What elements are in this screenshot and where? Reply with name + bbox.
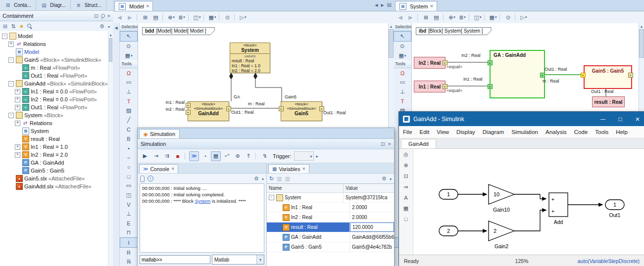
menu-item[interactable]: Code (574, 129, 588, 135)
variables-row[interactable]: - System System@37215fca (267, 193, 394, 203)
requirement-tool-icon[interactable]: R (120, 248, 138, 257)
variables-row[interactable]: In1 : Real 2.0000 (267, 203, 394, 213)
favorites-icon[interactable] (19, 24, 24, 29)
result-flow-part[interactable]: result : Real (592, 96, 625, 107)
tree-item[interactable]: System (0, 127, 108, 135)
terminate-icon[interactable]: ■ (173, 151, 183, 161)
out1-port[interactable] (226, 106, 231, 111)
tree-item[interactable]: + In1 : Real = 0.0 «FlowPort» (0, 88, 108, 95)
menu-item[interactable]: Help (616, 129, 628, 135)
gain5-part-highlighted[interactable]: Gain5 : Gain5 (584, 65, 632, 89)
zoom-icon[interactable]: ⊕ ▾ (447, 12, 457, 22)
image-tool-icon[interactable]: ▨ (120, 106, 138, 115)
chevron-down-icon[interactable] (390, 176, 392, 181)
tab-list-icon[interactable] (387, 2, 392, 7)
separator[interactable] (234, 14, 237, 21)
separator[interactable] (185, 153, 187, 160)
real-tool-icon[interactable]: ℝ (120, 257, 138, 266)
run-icon[interactable]: ▷ ▾ (238, 12, 248, 22)
tab-model[interactable]: Model (114, 1, 153, 11)
search-icon[interactable]: ⊙ (503, 12, 513, 22)
gain5-out1-port[interactable] (628, 73, 633, 78)
menu-item[interactable]: Tools (595, 129, 608, 135)
scroll-up-icon[interactable] (390, 23, 393, 29)
magnet-tool-icon[interactable]: Ω (120, 68, 138, 78)
tree-item[interactable]: + Relations (0, 40, 108, 48)
common-tools-icon[interactable]: ▦ ▾ (394, 51, 411, 60)
run-icon[interactable]: ▶ (140, 151, 150, 161)
sticky-selection-icon[interactable]: ⊙ (394, 42, 411, 51)
tree-item[interactable]: - GainAdd «Block» «SimulinkBlock» (0, 80, 108, 88)
compartment-tool-icon[interactable]: ◫ (120, 190, 138, 200)
scroll-up-icon[interactable] (109, 32, 112, 37)
step-icon[interactable]: ⇥ (151, 151, 161, 161)
tree-item[interactable]: Out1 : Real «FlowPort» (0, 72, 108, 80)
sync-tree-icon[interactable]: ⇅ (11, 24, 15, 29)
trigger-icon[interactable]: ↯ (260, 151, 270, 161)
block-tool-icon[interactable]: B (120, 134, 138, 143)
separator[interactable] (188, 14, 191, 21)
text-tool-icon[interactable]: T (394, 96, 411, 106)
value-type-tool-icon[interactable]: V (120, 200, 138, 209)
gain2-block[interactable] (489, 221, 514, 241)
ga-in2-port[interactable] (488, 60, 493, 65)
expander-icon[interactable]: + (15, 121, 20, 126)
pin-icon[interactable] (101, 14, 105, 18)
select-tool-icon[interactable]: ↖ (394, 31, 411, 42)
system-block[interactable]: «block» System values result : Real In1 … (230, 43, 270, 73)
m-port[interactable] (279, 106, 284, 111)
note-tool-icon[interactable]: ▭ (120, 78, 138, 87)
tab-console[interactable]: Console (139, 164, 178, 173)
expander-icon[interactable]: + (15, 89, 20, 94)
search-icon[interactable] (27, 24, 33, 29)
tree-item[interactable]: - System «Block» (0, 111, 108, 119)
in1-port[interactable] (186, 103, 191, 108)
expander-icon[interactable]: - (2, 34, 7, 39)
expander-icon[interactable]: + (15, 105, 20, 110)
chevron-down-icon[interactable] (262, 176, 264, 181)
trigger-select[interactable] (294, 151, 314, 161)
ga-part-highlighted[interactable]: GA : GainAdd (490, 50, 545, 98)
grid-icon[interactable]: ▦ ▾ (207, 12, 217, 22)
close-tab-icon[interactable] (430, 3, 433, 9)
in1-flow-part[interactable]: In1 : Real (414, 81, 446, 92)
separator[interactable] (417, 14, 420, 21)
tree-scrollbar[interactable] (108, 31, 113, 266)
export-table-icon[interactable] (277, 176, 282, 181)
palette-collapse-gutter[interactable] (113, 23, 120, 266)
close-tab-icon[interactable] (302, 166, 305, 172)
step-over-icon[interactable]: ⇉ (162, 151, 172, 161)
breakpoints-icon[interactable]: ∘° (222, 151, 232, 161)
back-icon[interactable]: ◀ (115, 12, 125, 22)
scroll-tabs-right-icon[interactable] (381, 2, 384, 7)
tree-item[interactable]: result : Real (0, 135, 108, 143)
console-output[interactable]: 00:00:00,000 : Initial solving .... 00:0… (140, 183, 264, 253)
variables-toggle-icon[interactable]: ▦ (211, 151, 221, 161)
text-tool-icon[interactable]: T (120, 96, 138, 106)
system-link[interactable]: System (195, 198, 211, 204)
tree-item[interactable]: GainAdd.slx «AttachedFile» (0, 182, 108, 190)
separator[interactable] (515, 14, 517, 21)
dock-tab[interactable]: Struct... (71, 0, 106, 10)
ellipse-tool-icon[interactable]: ○ (120, 162, 138, 172)
variables-row[interactable]: GA : GainAdd GainAdd@66f55b65 (267, 232, 394, 242)
tree-item[interactable]: - Gain5 «Block» «SimulinkBlock» (0, 56, 108, 64)
separator[interactable] (203, 14, 206, 21)
in2-flow-part[interactable]: In2 : Real (414, 57, 446, 69)
menu-item[interactable]: File (403, 129, 412, 135)
expander-icon[interactable]: + (8, 42, 14, 47)
select-in-tree-icon[interactable]: ⊞ (141, 12, 150, 22)
line-tool-icon[interactable]: − (120, 153, 138, 162)
save-image-icon[interactable]: ▤ (151, 12, 161, 22)
variables-row[interactable]: In2 : Real 2.0000 (267, 213, 394, 222)
port-tool-icon[interactable]: ⊥ (120, 209, 138, 219)
show-hide-icon[interactable]: ◫ ▾ (192, 12, 202, 22)
separator[interactable] (137, 14, 139, 21)
note-tool-icon[interactable]: ▭ (394, 78, 411, 87)
gainadd-block[interactable]: «block» «SimulinkBlock» GainAdd (188, 101, 229, 121)
fit-view-icon[interactable]: ⊡ (403, 173, 408, 179)
float-icon[interactable] (94, 13, 98, 19)
rectangle-tool-icon[interactable]: ▭ (120, 181, 138, 190)
ga-in1-port[interactable] (488, 84, 493, 89)
simulink-titlebar[interactable]: GainAdd - Simulink (399, 112, 644, 126)
